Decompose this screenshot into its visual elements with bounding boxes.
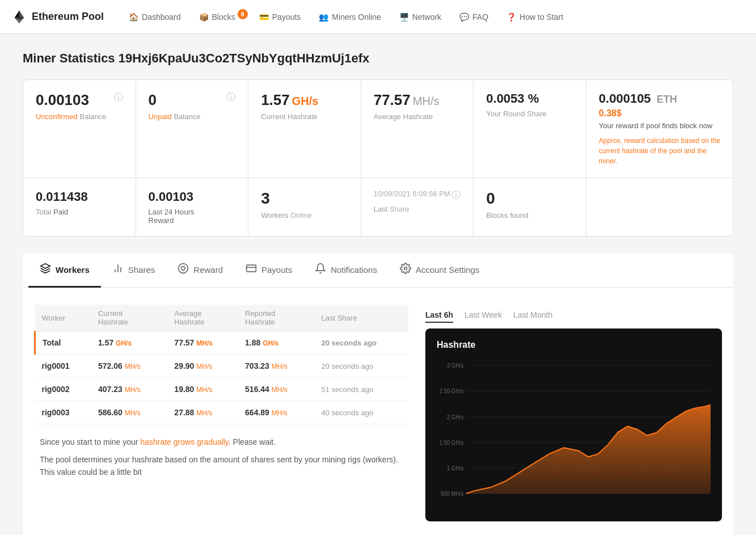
svg-text:2 GH/s: 2 GH/s bbox=[447, 413, 463, 420]
workers-grid: Worker CurrentHashrate AverageHashrate R… bbox=[23, 288, 733, 535]
gear-icon bbox=[400, 263, 411, 277]
tab-account-settings[interactable]: Account Settings bbox=[388, 254, 491, 288]
svg-marker-4 bbox=[41, 264, 50, 268]
current-hashrate-value: 1.57 bbox=[261, 91, 290, 109]
info-icon-unconfirmed[interactable]: ⓘ bbox=[114, 91, 123, 103]
worker-name-cell: rig0001 bbox=[35, 355, 91, 378]
current-hashrate-cell: 1.57 GH/s bbox=[91, 331, 167, 355]
average-hashrate-cell: 27.88 MH/s bbox=[167, 401, 238, 424]
stat-unpaid-balance: 0 ⓘ Unpaid Balance bbox=[136, 80, 249, 178]
svg-text:2.50 GH/s: 2.50 GH/s bbox=[440, 387, 464, 394]
wallet-icon bbox=[246, 263, 257, 277]
reward-desc: Your reward if pool finds block now bbox=[599, 121, 720, 131]
navbar: Ethereum Pool 🏠 Dashboard 📦 Blocks 8 💳 P… bbox=[0, 0, 756, 34]
reported-hashrate-cell: 516.44 MH/s bbox=[238, 378, 314, 401]
col-average-hashrate: AverageHashrate bbox=[167, 305, 238, 331]
nav-miners-online[interactable]: 👥 Miners Online bbox=[311, 8, 388, 26]
chart-icon bbox=[112, 263, 124, 277]
nav-dashboard[interactable]: 🏠 Dashboard bbox=[121, 8, 189, 26]
chart-tab-6h[interactable]: Last 6h bbox=[425, 310, 453, 323]
last-share-cell: 20 seconds ago bbox=[314, 355, 408, 378]
tab-payouts[interactable]: Payouts bbox=[234, 254, 303, 288]
workers-online-label: Workers Online bbox=[261, 211, 348, 220]
stat-round-share: 0.0053 % Your Round Share bbox=[474, 80, 586, 178]
unconfirmed-balance-value: 0.00103 bbox=[36, 91, 89, 109]
last-share-label: Last Share bbox=[374, 205, 461, 213]
svg-point-11 bbox=[404, 267, 407, 270]
total-paid-value: 0.011438 bbox=[36, 189, 88, 204]
table-row: rig0003586.60 MH/s27.88 MH/s664.89 MH/s4… bbox=[35, 401, 409, 424]
hashrate-link[interactable]: hashrate grows gradually bbox=[140, 437, 228, 446]
last-share-cell: 40 seconds ago bbox=[314, 401, 408, 424]
payouts-nav-icon: 💳 bbox=[259, 12, 269, 22]
miners-icon: 👥 bbox=[319, 12, 328, 22]
reward-approx: Approx. reward calculation based on the … bbox=[599, 136, 720, 166]
home-icon: 🏠 bbox=[129, 12, 138, 22]
nav-how-to-start[interactable]: ❓ How to Start bbox=[499, 8, 571, 26]
reward-eth-unit: ETH bbox=[657, 94, 677, 105]
tab-workers[interactable]: Workers bbox=[28, 254, 101, 288]
tab-account-settings-label: Account Settings bbox=[416, 265, 480, 275]
reward-usd: 0.38$ bbox=[599, 108, 720, 119]
round-share-label: Your Round Share bbox=[486, 109, 573, 118]
brand-name: Ethereum Pool bbox=[32, 11, 104, 23]
nav-network[interactable]: 🖥️ Network bbox=[391, 8, 449, 26]
workers-table: Worker CurrentHashrate AverageHashrate R… bbox=[34, 305, 408, 424]
stat-blocks-found: 0 Blocks found bbox=[474, 178, 586, 236]
chart-area: Last 6h Last Week Last Month Hashrate bbox=[425, 299, 722, 527]
current-hashrate-label: Current Hashrate bbox=[261, 112, 348, 121]
stat-total-paid: 0.011438 Total Paid bbox=[23, 178, 136, 236]
worker-name-cell: rig0003 bbox=[35, 401, 91, 424]
current-hashrate-cell: 572.06 MH/s bbox=[91, 355, 167, 378]
stat-unconfirmed-balance: 0.00103 ⓘ Unconfirmed Balance bbox=[23, 80, 136, 178]
chart-tab-month[interactable]: Last Month bbox=[513, 310, 552, 323]
reward-icon bbox=[178, 263, 189, 277]
tab-workers-label: Workers bbox=[56, 265, 90, 275]
last-share-cell: 20 seconds ago bbox=[314, 331, 408, 355]
workers-table-area: Worker CurrentHashrate AverageHashrate R… bbox=[34, 299, 408, 488]
page-title: Miner Statistics 19Hxj6KpaUu3Co2TSyNbYgq… bbox=[23, 51, 733, 66]
hashrate-chart: 3 GH/s 2.50 GH/s 2 GH/s 1.50 GH/s 1 GH/s… bbox=[437, 359, 711, 518]
nav-faq[interactable]: 💬 FAQ bbox=[451, 8, 496, 26]
faq-icon: 💬 bbox=[459, 12, 469, 22]
info-text-2: The pool determines your hashrate based … bbox=[40, 453, 403, 479]
info-icon-unpaid[interactable]: ⓘ bbox=[226, 91, 235, 103]
tab-payouts-label: Payouts bbox=[261, 265, 292, 275]
brand-logo[interactable]: Ethereum Pool bbox=[11, 9, 104, 25]
chart-tab-week[interactable]: Last Week bbox=[464, 310, 502, 323]
average-hashrate-value: 77.57 bbox=[374, 91, 411, 109]
tab-reward-label: Reward bbox=[193, 265, 223, 275]
average-hashrate-cell: 19.80 MH/s bbox=[167, 378, 238, 401]
table-row: Total1.57 GH/s77.57 MH/s1.88 GH/s20 seco… bbox=[35, 331, 409, 355]
svg-text:1.50 GH/s: 1.50 GH/s bbox=[440, 439, 464, 446]
chart-time-tabs: Last 6h Last Week Last Month bbox=[425, 305, 722, 328]
stat-workers-online: 3 Workers Online bbox=[248, 178, 361, 236]
worker-name-cell: rig0002 bbox=[35, 378, 91, 401]
blocks-icon: 📦 bbox=[199, 12, 209, 22]
svg-text:3 GH/s: 3 GH/s bbox=[447, 361, 463, 369]
col-last-share: Last Share bbox=[314, 305, 408, 331]
average-hashrate-cell: 29.90 MH/s bbox=[167, 355, 238, 378]
reported-hashrate-cell: 703.23 MH/s bbox=[238, 355, 314, 378]
info-icon-last-share[interactable]: ⓘ bbox=[451, 189, 461, 201]
blocks-found-label: Blocks found bbox=[486, 211, 573, 220]
reported-hashrate-cell: 1.88 GH/s bbox=[238, 331, 314, 355]
tab-shares-label: Shares bbox=[128, 265, 155, 275]
nav-payouts[interactable]: 💳 Payouts bbox=[251, 8, 309, 26]
stat-reward-eth: 0.000105 ETH 0.38$ Your reward if pool f… bbox=[586, 80, 733, 178]
tab-notifications[interactable]: Notifications bbox=[303, 254, 388, 288]
blocks-badge: 8 bbox=[238, 9, 248, 19]
tabs-bar: Workers Shares Reward Payouts Notificati… bbox=[23, 254, 733, 288]
nav-blocks[interactable]: 📦 Blocks 8 bbox=[191, 8, 249, 26]
tab-reward[interactable]: Reward bbox=[166, 254, 234, 288]
table-row: rig0002407.23 MH/s19.80 MH/s516.44 MH/s5… bbox=[35, 378, 409, 401]
svg-point-9 bbox=[181, 267, 185, 271]
tab-shares[interactable]: Shares bbox=[101, 254, 167, 288]
unconfirmed-balance-label: Unconfirmed Balance bbox=[36, 112, 123, 121]
current-hashrate-cell: 586.60 MH/s bbox=[91, 401, 167, 424]
content-wrapper: Worker CurrentHashrate AverageHashrate R… bbox=[23, 288, 733, 535]
nav-links: 🏠 Dashboard 📦 Blocks 8 💳 Payouts 👥 Miner… bbox=[121, 8, 745, 26]
last-share-date: 10/09/2021 8:09:56 PM bbox=[374, 189, 450, 198]
info-text-1: Since you start to mine your hashrate gr… bbox=[40, 436, 403, 448]
help-icon: ❓ bbox=[506, 12, 516, 22]
